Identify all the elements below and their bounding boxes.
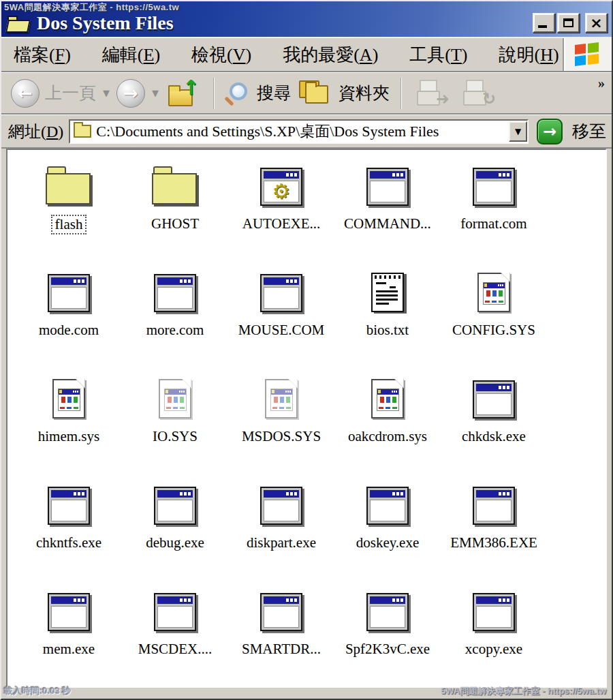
file-label: more.com <box>143 321 208 339</box>
file-label: IO.SYS <box>149 427 201 446</box>
menu-item-file[interactable]: 檔案(F) <box>14 43 71 67</box>
file-label: MSDOS.SYS <box>238 427 324 446</box>
file-item[interactable]: himem.sys <box>16 369 122 476</box>
file-item[interactable]: MSDOS.SYS <box>228 369 334 476</box>
minimize-icon <box>538 25 547 28</box>
file-item[interactable]: chkdsk.exe <box>441 369 547 476</box>
address-path[interactable]: C:\Documents and Settings\S.XP\桌面\Dos Sy… <box>96 121 504 142</box>
folders-label[interactable]: 資料夾 <box>339 82 390 104</box>
toolbar-separator <box>213 78 215 109</box>
system-file-icon <box>441 267 547 312</box>
file-item[interactable]: chkntfs.exe <box>16 476 122 582</box>
file-label: chkdsk.exe <box>458 427 529 446</box>
file-item[interactable]: format.com <box>441 157 547 263</box>
file-label: xcopy.exe <box>462 640 526 658</box>
menu-item-tools[interactable]: 工具(T) <box>409 43 467 67</box>
file-item[interactable]: mode.com <box>16 263 122 369</box>
application-window-icon <box>122 586 228 631</box>
address-folder-icon <box>74 125 91 138</box>
folder-icon <box>16 161 122 206</box>
system-file-icon <box>334 374 441 419</box>
copy-to-icon: ↻ <box>482 91 496 107</box>
folders-icon[interactable] <box>299 80 330 106</box>
file-item[interactable]: xcopy.exe <box>441 582 547 688</box>
explorer-window: 5WA問題解決專家工作室 - https://5wa.tw Dos System… <box>0 0 613 700</box>
titlebar[interactable]: 5WA問題解決專家工作室 - https://5wa.tw Dos System… <box>1 1 612 37</box>
file-label: AUTOEXE... <box>239 215 324 233</box>
copy-to-button-disabled: ↻ <box>463 80 496 107</box>
close-icon: × <box>590 16 602 31</box>
file-item[interactable]: CONFIG.SYS <box>441 263 547 369</box>
back-dropdown[interactable]: ▼ <box>103 88 110 98</box>
menubar: 檔案(F) 編輯(E) 檢視(V) 我的最愛(A) 工具(T) 說明(H) <box>1 37 612 72</box>
file-item[interactable]: IO.SYS <box>122 369 228 476</box>
file-item[interactable]: mem.exe <box>16 582 122 688</box>
forward-dropdown[interactable]: ▼ <box>152 88 159 98</box>
watermark-load-time: 載入時間:0.03 秒 <box>4 685 71 697</box>
addressbar: 網址(D) C:\Documents and Settings\S.XP\桌面\… <box>1 115 612 149</box>
file-label: mode.com <box>35 321 102 339</box>
file-item[interactable]: flash <box>16 157 122 263</box>
batch-gear-icon: ⚙ <box>228 161 334 206</box>
close-button[interactable]: × <box>585 13 608 33</box>
go-arrow-icon: → <box>543 122 556 141</box>
file-label: SMARTDR... <box>238 640 324 658</box>
menu-item-help[interactable]: 說明(H) <box>499 43 559 67</box>
address-combo[interactable]: C:\Documents and Settings\S.XP\桌面\Dos Sy… <box>69 119 529 144</box>
go-label[interactable]: 移至 <box>572 120 606 142</box>
toolbar: ← 上一頁 ▼ → ▼ ↑ 搜尋 資料夾 ➜ ↻ » <box>1 72 612 115</box>
application-window-icon <box>441 161 547 206</box>
file-item[interactable]: debug.exe <box>122 476 228 582</box>
menu-item-favorites[interactable]: 我的最愛(A) <box>283 43 378 67</box>
application-window-icon <box>16 586 122 631</box>
application-window-icon <box>122 480 228 525</box>
file-item[interactable]: MSCDEX.... <box>122 582 228 688</box>
application-window-icon <box>334 586 441 631</box>
minimize-button[interactable] <box>533 13 555 33</box>
file-item[interactable]: oakcdrom.sys <box>334 369 441 476</box>
go-button[interactable]: → <box>537 119 563 144</box>
back-button[interactable]: ← <box>11 79 40 108</box>
application-window-icon <box>228 586 334 631</box>
windows-logo <box>563 38 612 71</box>
file-grid: flashGHOST⚙AUTOEXE...COMMAND...format.co… <box>16 157 606 688</box>
file-label: oakcdrom.sys <box>345 427 430 446</box>
file-item[interactable]: SMARTDR... <box>228 582 334 688</box>
application-window-icon <box>441 374 547 419</box>
search-label[interactable]: 搜尋 <box>257 82 291 104</box>
toolbar-overflow-chevron[interactable]: » <box>598 76 605 91</box>
file-item[interactable]: Spf2K3vC.exe <box>334 582 441 688</box>
window-title: Dos System Files <box>37 14 533 34</box>
file-item[interactable]: GHOST <box>122 157 228 263</box>
file-item[interactable]: COMMAND... <box>334 157 441 263</box>
application-window-icon <box>16 480 122 525</box>
file-label: MSCDEX.... <box>135 640 216 658</box>
forward-button[interactable]: → <box>116 79 145 108</box>
application-window-icon <box>334 161 441 206</box>
address-label: 網址(D) <box>8 121 63 142</box>
file-item[interactable]: ⚙AUTOEXE... <box>228 157 334 263</box>
up-button[interactable]: ↑ <box>168 78 200 108</box>
search-icon[interactable] <box>230 82 247 100</box>
file-label: mem.exe <box>40 640 98 658</box>
back-arrow-icon: ← <box>18 85 33 102</box>
application-window-icon <box>441 480 547 525</box>
maximize-button[interactable] <box>557 13 580 33</box>
file-item[interactable]: doskey.exe <box>334 476 441 582</box>
file-item[interactable]: MOUSE.COM <box>228 263 334 369</box>
file-item[interactable]: more.com <box>122 263 228 369</box>
file-item[interactable]: bios.txt <box>334 263 441 369</box>
menu-item-view[interactable]: 檢視(V) <box>191 43 251 67</box>
file-item[interactable]: diskpart.exe <box>228 476 334 582</box>
menu-item-edit[interactable]: 編輯(E) <box>102 43 160 67</box>
application-window-icon <box>441 586 547 631</box>
system-file-icon <box>122 374 228 419</box>
folder-window-icon <box>7 16 31 34</box>
file-label: debug.exe <box>142 534 208 552</box>
file-label: doskey.exe <box>353 534 423 552</box>
system-file-icon <box>228 374 334 419</box>
file-item[interactable]: EMM386.EXE <box>441 476 547 582</box>
file-label: himem.sys <box>35 427 103 446</box>
address-dropdown-button[interactable]: ▼ <box>509 121 527 142</box>
file-label: flash <box>51 215 87 234</box>
